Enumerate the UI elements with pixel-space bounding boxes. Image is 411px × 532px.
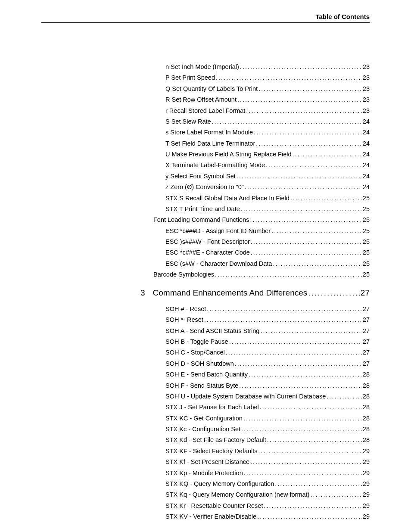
leader-dots [308, 286, 360, 299]
toc-entry: s Store Label Format In Module24 [153, 127, 370, 138]
toc-entry-label: STX KF - Select Factory Defaults [165, 446, 258, 457]
toc-entry-page: 25 [363, 258, 370, 269]
leader-dots [250, 215, 361, 225]
leader-dots [267, 435, 362, 445]
leader-dots [246, 106, 362, 116]
toc-entry: z Zero (Ø) Conversion to "0"24 [153, 182, 370, 193]
leader-dots [260, 326, 361, 336]
toc-entry: n Set Inch Mode (Imperial)23 [153, 62, 370, 72]
toc-entry-page: 29 [363, 479, 370, 489]
header-title: Table of Contents [315, 13, 370, 20]
toc-entry: ESC (s#W - Character Download Data25 [153, 258, 370, 269]
toc-entry-page: 23 [363, 94, 370, 105]
toc-entry-page: 29 [363, 501, 370, 511]
toc-entry-label: STX Kq - Query Memory Configuration (new… [165, 489, 309, 500]
toc-entry-page: 24 [363, 171, 370, 182]
leader-dots [239, 380, 362, 391]
toc-entry-label: STX Kf - Set Present Distance [165, 457, 249, 467]
toc-entry-page: 24 [363, 127, 370, 138]
toc-entry: STX S Recall Global Data And Place In Fi… [153, 193, 370, 204]
toc-entry-label: SOH B - Toggle Pause [165, 336, 228, 347]
leader-dots [257, 511, 362, 522]
toc-entry-label: T Set Field Data Line Terminator [165, 138, 255, 149]
toc-entry-label: STX KV - Verifier Enable/Disable [165, 511, 256, 522]
toc-entry: STX Kp - Module Protection29 [153, 468, 370, 479]
toc-entry-label: ESC (s#W - Character Download Data [165, 258, 272, 269]
section-page: 27 [361, 286, 370, 299]
toc-entry-label: STX J - Set Pause for Each Label [165, 402, 259, 413]
toc-entry: STX KC - Get Configuration28 [153, 413, 370, 424]
leader-dots [256, 138, 362, 149]
toc-entry: U Make Previous Field A String Replace F… [153, 149, 370, 160]
toc-entry-label: S Set Slew Rate [165, 116, 211, 127]
leader-dots [258, 84, 362, 94]
leader-dots [244, 468, 362, 479]
toc-entry-page: 24 [363, 138, 370, 149]
leader-dots [250, 457, 362, 467]
toc-entry-page: 29 [363, 446, 370, 457]
toc-entry-label: Font Loading Command Functions [153, 215, 249, 225]
toc-entry: STX J - Set Pause for Each Label28 [153, 402, 370, 413]
section-heading: 3 Command Enhancements And Differences 2… [140, 286, 370, 299]
toc-entry-page: 28 [363, 380, 370, 391]
toc-entry-label: STX KC - Get Configuration [165, 413, 243, 424]
toc-block-a: n Set Inch Mode (Imperial)23P Set Print … [153, 62, 370, 280]
leader-dots [235, 358, 362, 369]
toc-entry-page: 28 [363, 435, 370, 445]
toc-entry: SOH U - Update System Database with Curr… [153, 391, 370, 402]
leader-dots [241, 424, 362, 435]
leader-dots [293, 149, 362, 160]
leader-dots [271, 226, 362, 236]
toc-entry: Q Set Quantity Of Labels To Print23 [153, 84, 370, 94]
leader-dots [237, 171, 362, 182]
toc-entry-page: 29 [363, 468, 370, 479]
toc-entry-label: Q Set Quantity Of Labels To Print [165, 84, 258, 94]
toc-entry-label: STX KQ - Query Memory Configuration [165, 479, 274, 489]
leader-dots [251, 247, 362, 258]
toc-entry-page: 24 [363, 160, 370, 171]
toc-entry-page: 25 [363, 236, 370, 247]
leader-dots [243, 413, 362, 424]
leader-dots [245, 182, 362, 193]
leader-dots [207, 304, 362, 314]
leader-dots [216, 72, 362, 83]
toc-entry-page: 28 [363, 413, 370, 424]
toc-entry-page: 25 [363, 204, 370, 215]
toc-entry-label: SOH D - SOH Shutdown [165, 358, 234, 369]
toc-entry-label: STX Kc - Configuration Set [165, 424, 240, 435]
toc-entry: y Select Font Symbol Set24 [153, 171, 370, 182]
toc-entry-label: z Zero (Ø) Conversion to "0" [165, 182, 244, 193]
toc-entry-label: STX S Recall Global Data And Place In Fi… [165, 193, 290, 204]
section-title: Command Enhancements And Differences [153, 286, 308, 299]
leader-dots [310, 489, 361, 500]
leader-dots [260, 402, 362, 413]
leader-dots [237, 94, 362, 105]
leader-dots [215, 269, 362, 280]
toc-entry: STX Kc - Configuration Set28 [153, 424, 370, 435]
toc-entry-page: 23 [363, 106, 370, 116]
leader-dots [327, 391, 362, 402]
toc-entry-page: 29 [363, 511, 370, 522]
toc-entry-page: 25 [363, 269, 370, 280]
toc-entry-label: SOH A - Send ASCII Status String [165, 326, 259, 336]
toc-entry: Font Loading Command Functions25 [153, 215, 370, 225]
toc-entry-page: 29 [363, 489, 370, 500]
toc-entry-page: 28 [363, 424, 370, 435]
toc-entry-label: U Make Previous Field A String Replace F… [165, 149, 292, 160]
toc-entry: SOH B - Toggle Pause27 [153, 336, 370, 347]
toc-entry-label: r Recall Stored Label Format [165, 106, 245, 116]
toc-entry: Barcode Symbologies25 [153, 269, 370, 280]
toc-entry: SOH A - Send ASCII Status String27 [153, 326, 370, 336]
toc-entry: STX KF - Select Factory Defaults29 [153, 446, 370, 457]
toc-entry-page: 27 [363, 336, 370, 347]
toc-entry: S Set Slew Rate24 [153, 116, 370, 127]
toc-entry-label: P Set Print Speed [165, 72, 215, 83]
toc-entry-label: STX Kp - Module Protection [165, 468, 243, 479]
toc-entry: SOH # - Reset27 [153, 304, 370, 314]
leader-dots [264, 501, 361, 511]
toc-entry: STX T Print Time and Date25 [153, 204, 370, 215]
toc-entry: SOH F - Send Status Byte28 [153, 380, 370, 391]
leader-dots [258, 446, 362, 457]
toc-entry-page: 29 [363, 457, 370, 467]
toc-entry: STX Kq - Query Memory Configuration (new… [153, 489, 370, 500]
